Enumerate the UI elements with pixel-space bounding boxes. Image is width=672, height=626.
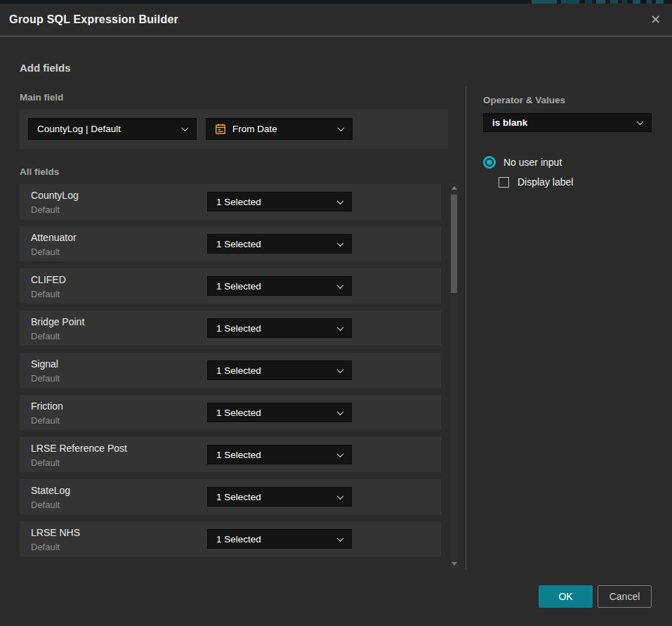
field-row: StateLog Default 1 Selected bbox=[20, 479, 441, 514]
dialog-title: Group SQL Expression Builder bbox=[9, 13, 178, 26]
field-selection-value: 1 Selected bbox=[216, 534, 338, 545]
field-selection-dropdown[interactable]: 1 Selected bbox=[207, 234, 352, 254]
main-field-value: From Date bbox=[232, 124, 338, 134]
chevron-down-icon bbox=[337, 450, 344, 457]
no-user-input-radio[interactable]: No user input bbox=[483, 156, 562, 169]
scrollbar-thumb[interactable] bbox=[451, 195, 457, 293]
field-selection-value: 1 Selected bbox=[216, 197, 338, 207]
field-name: CLIFED bbox=[31, 274, 66, 285]
field-row: LRSE NHS Default 1 Selected bbox=[20, 521, 441, 556]
field-name: LRSE Reference Post bbox=[31, 443, 127, 454]
scroll-down-icon[interactable] bbox=[452, 562, 457, 566]
field-subtitle: Default bbox=[31, 415, 60, 426]
main-field-panel: CountyLog | Default From Date bbox=[20, 110, 448, 149]
group-sql-expression-builder-screen: Group SQL Expression Builder ✕ Add field… bbox=[0, 0, 672, 626]
field-row: LRSE Reference Post Default 1 Selected bbox=[20, 437, 441, 472]
add-fields-heading: Add fields bbox=[20, 62, 71, 74]
field-row: CountyLog Default 1 Selected bbox=[20, 184, 441, 219]
field-row: Signal Default 1 Selected bbox=[20, 353, 441, 388]
group-sql-expression-builder-dialog: Group SQL Expression Builder ✕ Add field… bbox=[0, 4, 672, 626]
field-selection-dropdown[interactable]: 1 Selected bbox=[207, 360, 352, 380]
field-selection-dropdown[interactable]: 1 Selected bbox=[207, 403, 352, 422]
display-label-text: Display label bbox=[518, 176, 573, 188]
main-field-dropdown[interactable]: From Date bbox=[206, 118, 353, 140]
field-selection-dropdown[interactable]: 1 Selected bbox=[207, 487, 352, 507]
all-fields-list: CountyLog Default 1 Selected Attenuator … bbox=[20, 184, 441, 556]
chevron-down-icon bbox=[337, 366, 344, 373]
calendar-icon bbox=[215, 123, 226, 135]
field-selection-value: 1 Selected bbox=[216, 492, 338, 502]
field-name: Attenuator bbox=[31, 232, 77, 243]
field-subtitle: Default bbox=[31, 373, 60, 384]
field-selection-dropdown[interactable]: 1 Selected bbox=[207, 192, 352, 211]
field-subtitle: Default bbox=[31, 204, 60, 215]
list-scrollbar[interactable] bbox=[450, 183, 458, 568]
field-name: Signal bbox=[31, 358, 58, 370]
main-source-value: CountyLog | Default bbox=[37, 124, 183, 134]
field-selection-value: 1 Selected bbox=[216, 323, 338, 334]
operator-values-label: Operator & Values bbox=[483, 95, 565, 105]
field-row: Bridge Point Default 1 Selected bbox=[20, 311, 441, 346]
chevron-down-icon bbox=[337, 535, 344, 542]
field-subtitle: Default bbox=[31, 247, 60, 257]
field-subtitle: Default bbox=[31, 542, 60, 552]
chevron-down-icon bbox=[337, 493, 344, 500]
chevron-down-icon bbox=[337, 324, 344, 331]
checkbox-unchecked-icon bbox=[499, 177, 509, 188]
field-selection-dropdown[interactable]: 1 Selected bbox=[207, 318, 352, 338]
field-row: Attenuator Default 1 Selected bbox=[20, 226, 441, 261]
operator-value: is blank bbox=[492, 117, 638, 128]
field-name: Bridge Point bbox=[31, 316, 84, 327]
field-selection-value: 1 Selected bbox=[216, 365, 338, 376]
all-fields-label: All fields bbox=[20, 167, 59, 177]
field-name: Friction bbox=[31, 400, 63, 412]
field-subtitle: Default bbox=[31, 331, 60, 341]
main-source-dropdown[interactable]: CountyLog | Default bbox=[28, 118, 197, 140]
radio-selected-icon bbox=[483, 156, 496, 169]
field-subtitle: Default bbox=[31, 289, 60, 299]
scroll-up-icon[interactable] bbox=[452, 186, 457, 190]
display-label-checkbox[interactable]: Display label bbox=[499, 176, 573, 188]
main-field-label: Main field bbox=[20, 92, 63, 103]
close-icon[interactable]: ✕ bbox=[650, 13, 661, 26]
no-user-input-label: No user input bbox=[503, 157, 562, 168]
field-selection-dropdown[interactable]: 1 Selected bbox=[207, 276, 352, 296]
field-selection-dropdown[interactable]: 1 Selected bbox=[207, 445, 352, 464]
chevron-down-icon bbox=[182, 124, 189, 131]
field-row: CLIFED Default 1 Selected bbox=[20, 268, 441, 304]
field-selection-value: 1 Selected bbox=[216, 239, 338, 249]
field-name: StateLog bbox=[31, 485, 70, 496]
chevron-down-icon bbox=[637, 118, 644, 125]
ok-button[interactable]: OK bbox=[539, 585, 593, 608]
field-subtitle: Default bbox=[31, 457, 60, 468]
field-selection-value: 1 Selected bbox=[216, 281, 338, 292]
field-name: CountyLog bbox=[31, 190, 79, 201]
chevron-down-icon bbox=[337, 240, 344, 247]
field-row: Friction Default 1 Selected bbox=[20, 395, 441, 430]
chevron-down-icon bbox=[337, 408, 344, 415]
operator-dropdown[interactable]: is blank bbox=[483, 113, 652, 132]
field-selection-value: 1 Selected bbox=[216, 450, 338, 460]
dialog-header: Group SQL Expression Builder ✕ bbox=[0, 4, 672, 37]
field-name: LRSE NHS bbox=[31, 527, 80, 538]
chevron-down-icon bbox=[338, 124, 345, 131]
column-divider bbox=[466, 86, 466, 569]
field-selection-value: 1 Selected bbox=[216, 407, 338, 418]
chevron-down-icon bbox=[337, 197, 344, 204]
cancel-button[interactable]: Cancel bbox=[598, 585, 652, 608]
field-subtitle: Default bbox=[31, 500, 60, 510]
chevron-down-icon bbox=[337, 282, 344, 289]
field-selection-dropdown[interactable]: 1 Selected bbox=[207, 529, 352, 549]
